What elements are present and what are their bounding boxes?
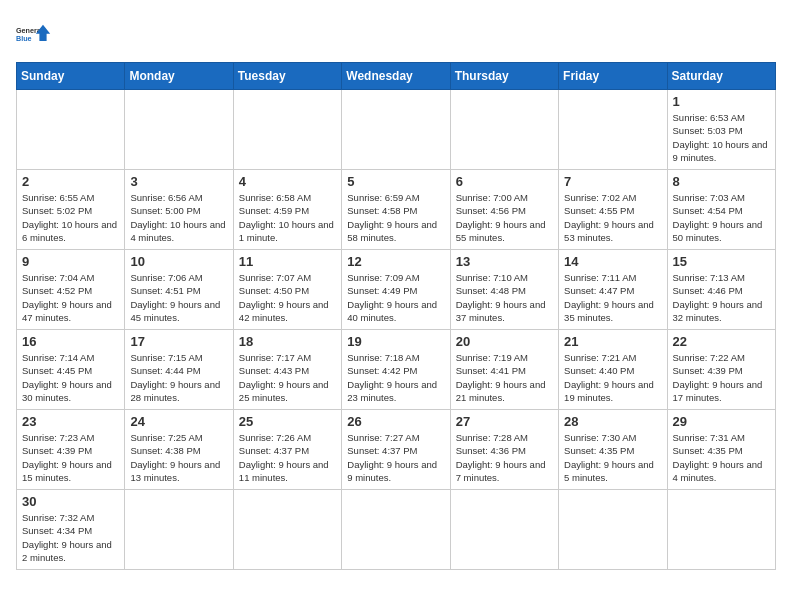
day-cell <box>342 90 450 170</box>
svg-text:Blue: Blue <box>16 34 32 43</box>
day-info: Sunrise: 7:00 AM Sunset: 4:56 PM Dayligh… <box>456 191 553 244</box>
day-cell: 25Sunrise: 7:26 AM Sunset: 4:37 PM Dayli… <box>233 410 341 490</box>
day-number: 25 <box>239 414 336 429</box>
day-number: 12 <box>347 254 444 269</box>
day-number: 13 <box>456 254 553 269</box>
week-row-6: 30Sunrise: 7:32 AM Sunset: 4:34 PM Dayli… <box>17 490 776 570</box>
day-number: 29 <box>673 414 770 429</box>
day-cell <box>17 90 125 170</box>
week-row-1: 1Sunrise: 6:53 AM Sunset: 5:03 PM Daylig… <box>17 90 776 170</box>
day-number: 16 <box>22 334 119 349</box>
day-info: Sunrise: 7:11 AM Sunset: 4:47 PM Dayligh… <box>564 271 661 324</box>
day-info: Sunrise: 7:26 AM Sunset: 4:37 PM Dayligh… <box>239 431 336 484</box>
header-cell-monday: Monday <box>125 63 233 90</box>
day-info: Sunrise: 7:22 AM Sunset: 4:39 PM Dayligh… <box>673 351 770 404</box>
day-cell <box>559 90 667 170</box>
day-cell: 10Sunrise: 7:06 AM Sunset: 4:51 PM Dayli… <box>125 250 233 330</box>
day-number: 14 <box>564 254 661 269</box>
day-cell: 20Sunrise: 7:19 AM Sunset: 4:41 PM Dayli… <box>450 330 558 410</box>
day-info: Sunrise: 7:23 AM Sunset: 4:39 PM Dayligh… <box>22 431 119 484</box>
day-cell: 5Sunrise: 6:59 AM Sunset: 4:58 PM Daylig… <box>342 170 450 250</box>
day-number: 28 <box>564 414 661 429</box>
day-info: Sunrise: 7:17 AM Sunset: 4:43 PM Dayligh… <box>239 351 336 404</box>
day-cell <box>125 490 233 570</box>
day-number: 19 <box>347 334 444 349</box>
page-header: GeneralBlue <box>16 16 776 52</box>
day-number: 2 <box>22 174 119 189</box>
day-cell: 29Sunrise: 7:31 AM Sunset: 4:35 PM Dayli… <box>667 410 775 490</box>
day-cell: 9Sunrise: 7:04 AM Sunset: 4:52 PM Daylig… <box>17 250 125 330</box>
day-cell: 21Sunrise: 7:21 AM Sunset: 4:40 PM Dayli… <box>559 330 667 410</box>
header-cell-sunday: Sunday <box>17 63 125 90</box>
week-row-4: 16Sunrise: 7:14 AM Sunset: 4:45 PM Dayli… <box>17 330 776 410</box>
week-row-2: 2Sunrise: 6:55 AM Sunset: 5:02 PM Daylig… <box>17 170 776 250</box>
header-cell-tuesday: Tuesday <box>233 63 341 90</box>
week-row-3: 9Sunrise: 7:04 AM Sunset: 4:52 PM Daylig… <box>17 250 776 330</box>
day-number: 10 <box>130 254 227 269</box>
day-cell: 27Sunrise: 7:28 AM Sunset: 4:36 PM Dayli… <box>450 410 558 490</box>
day-number: 26 <box>347 414 444 429</box>
logo-icon: GeneralBlue <box>16 16 52 52</box>
header-cell-friday: Friday <box>559 63 667 90</box>
day-info: Sunrise: 6:56 AM Sunset: 5:00 PM Dayligh… <box>130 191 227 244</box>
day-cell <box>342 490 450 570</box>
day-number: 11 <box>239 254 336 269</box>
day-cell: 8Sunrise: 7:03 AM Sunset: 4:54 PM Daylig… <box>667 170 775 250</box>
day-cell: 12Sunrise: 7:09 AM Sunset: 4:49 PM Dayli… <box>342 250 450 330</box>
day-number: 4 <box>239 174 336 189</box>
day-info: Sunrise: 6:59 AM Sunset: 4:58 PM Dayligh… <box>347 191 444 244</box>
day-cell: 28Sunrise: 7:30 AM Sunset: 4:35 PM Dayli… <box>559 410 667 490</box>
day-info: Sunrise: 7:19 AM Sunset: 4:41 PM Dayligh… <box>456 351 553 404</box>
day-number: 15 <box>673 254 770 269</box>
day-cell: 17Sunrise: 7:15 AM Sunset: 4:44 PM Dayli… <box>125 330 233 410</box>
day-info: Sunrise: 7:07 AM Sunset: 4:50 PM Dayligh… <box>239 271 336 324</box>
day-info: Sunrise: 7:18 AM Sunset: 4:42 PM Dayligh… <box>347 351 444 404</box>
day-number: 9 <box>22 254 119 269</box>
day-info: Sunrise: 7:03 AM Sunset: 4:54 PM Dayligh… <box>673 191 770 244</box>
day-cell <box>233 90 341 170</box>
day-cell <box>450 490 558 570</box>
day-cell: 14Sunrise: 7:11 AM Sunset: 4:47 PM Dayli… <box>559 250 667 330</box>
day-cell: 16Sunrise: 7:14 AM Sunset: 4:45 PM Dayli… <box>17 330 125 410</box>
header-row: SundayMondayTuesdayWednesdayThursdayFrid… <box>17 63 776 90</box>
day-cell: 22Sunrise: 7:22 AM Sunset: 4:39 PM Dayli… <box>667 330 775 410</box>
header-cell-saturday: Saturday <box>667 63 775 90</box>
day-info: Sunrise: 6:53 AM Sunset: 5:03 PM Dayligh… <box>673 111 770 164</box>
day-info: Sunrise: 7:14 AM Sunset: 4:45 PM Dayligh… <box>22 351 119 404</box>
day-number: 7 <box>564 174 661 189</box>
calendar-table: SundayMondayTuesdayWednesdayThursdayFrid… <box>16 62 776 570</box>
day-number: 27 <box>456 414 553 429</box>
day-cell <box>125 90 233 170</box>
day-cell <box>233 490 341 570</box>
day-info: Sunrise: 7:25 AM Sunset: 4:38 PM Dayligh… <box>130 431 227 484</box>
day-cell: 15Sunrise: 7:13 AM Sunset: 4:46 PM Dayli… <box>667 250 775 330</box>
day-number: 18 <box>239 334 336 349</box>
header-cell-wednesday: Wednesday <box>342 63 450 90</box>
day-number: 24 <box>130 414 227 429</box>
day-cell: 7Sunrise: 7:02 AM Sunset: 4:55 PM Daylig… <box>559 170 667 250</box>
day-info: Sunrise: 6:55 AM Sunset: 5:02 PM Dayligh… <box>22 191 119 244</box>
header-cell-thursday: Thursday <box>450 63 558 90</box>
day-cell: 30Sunrise: 7:32 AM Sunset: 4:34 PM Dayli… <box>17 490 125 570</box>
day-number: 1 <box>673 94 770 109</box>
day-info: Sunrise: 7:21 AM Sunset: 4:40 PM Dayligh… <box>564 351 661 404</box>
day-info: Sunrise: 7:09 AM Sunset: 4:49 PM Dayligh… <box>347 271 444 324</box>
day-cell: 11Sunrise: 7:07 AM Sunset: 4:50 PM Dayli… <box>233 250 341 330</box>
day-info: Sunrise: 7:06 AM Sunset: 4:51 PM Dayligh… <box>130 271 227 324</box>
day-info: Sunrise: 6:58 AM Sunset: 4:59 PM Dayligh… <box>239 191 336 244</box>
day-cell <box>450 90 558 170</box>
day-cell <box>667 490 775 570</box>
day-number: 5 <box>347 174 444 189</box>
day-cell: 26Sunrise: 7:27 AM Sunset: 4:37 PM Dayli… <box>342 410 450 490</box>
week-row-5: 23Sunrise: 7:23 AM Sunset: 4:39 PM Dayli… <box>17 410 776 490</box>
day-number: 3 <box>130 174 227 189</box>
day-cell: 19Sunrise: 7:18 AM Sunset: 4:42 PM Dayli… <box>342 330 450 410</box>
day-info: Sunrise: 7:10 AM Sunset: 4:48 PM Dayligh… <box>456 271 553 324</box>
day-info: Sunrise: 7:28 AM Sunset: 4:36 PM Dayligh… <box>456 431 553 484</box>
day-info: Sunrise: 7:31 AM Sunset: 4:35 PM Dayligh… <box>673 431 770 484</box>
day-cell: 24Sunrise: 7:25 AM Sunset: 4:38 PM Dayli… <box>125 410 233 490</box>
day-cell: 6Sunrise: 7:00 AM Sunset: 4:56 PM Daylig… <box>450 170 558 250</box>
day-cell: 2Sunrise: 6:55 AM Sunset: 5:02 PM Daylig… <box>17 170 125 250</box>
day-number: 21 <box>564 334 661 349</box>
day-cell: 18Sunrise: 7:17 AM Sunset: 4:43 PM Dayli… <box>233 330 341 410</box>
